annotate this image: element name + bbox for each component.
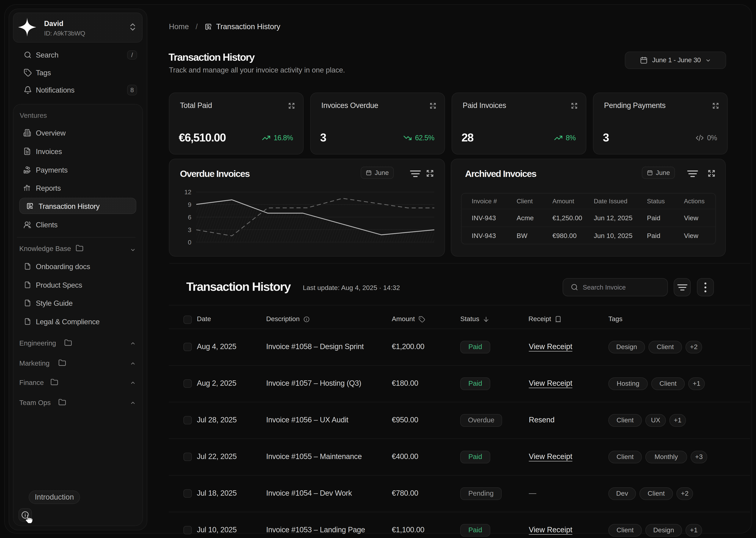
svg-text:12: 12 [184,188,191,195]
svg-text:6: 6 [188,214,191,221]
svg-text:3: 3 [188,226,191,234]
svg-text:0: 0 [188,239,191,246]
svg-text:9: 9 [188,201,191,208]
